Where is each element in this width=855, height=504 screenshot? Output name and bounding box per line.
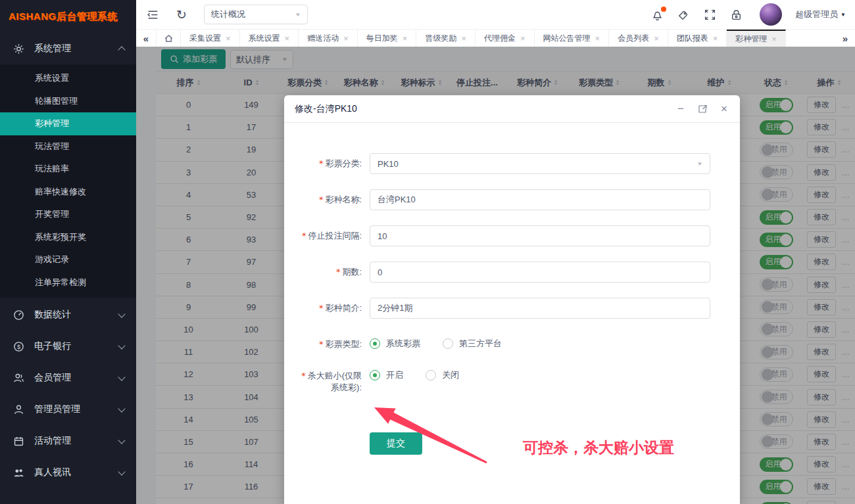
- system-submenu: 系统设置轮播图管理彩种管理玩法管理玩法赔率赔率快速修改开奖管理系统彩预开奖游戏记…: [0, 64, 136, 298]
- sidebar-subitem-赔率快速修改[interactable]: 赔率快速修改: [0, 181, 136, 204]
- required-asterisk: *: [319, 158, 324, 168]
- top-navbar: ↻ 统计概况 ▼: [136, 0, 855, 30]
- tab-bar: « 采集设置×系统设置×赠送活动×每日加奖×晋级奖励×代理佣金×网站公告管理×会…: [136, 30, 855, 47]
- fullscreen-icon[interactable]: [703, 8, 716, 21]
- tab-采集设置[interactable]: 采集设置×: [181, 30, 240, 47]
- form-row-intro: *彩种简介:: [299, 298, 711, 319]
- tab-晋级奖励[interactable]: 晋级奖励×: [416, 30, 476, 47]
- sidebar-subitem-游戏记录[interactable]: 游戏记录: [0, 248, 136, 271]
- navbar-right-cluster: 超级管理员 ▼: [650, 3, 848, 26]
- radio-label: 系统彩票: [386, 338, 420, 350]
- tab-网站公告管理[interactable]: 网站公告管理×: [535, 30, 610, 47]
- tab-close-icon[interactable]: ×: [461, 34, 466, 43]
- radio-system-lottery[interactable]: 系统彩票: [370, 338, 420, 350]
- close-icon[interactable]: ×: [719, 104, 729, 114]
- radio-label: 开启: [386, 369, 403, 381]
- radio-kill-off[interactable]: 关闭: [426, 369, 459, 381]
- period-count-input[interactable]: [370, 262, 710, 283]
- sidebar-subitem-开奖管理[interactable]: 开奖管理: [0, 203, 136, 226]
- tab-close-icon[interactable]: ×: [343, 34, 349, 43]
- radio-kill-on[interactable]: 开启: [370, 369, 403, 381]
- sidebar-item-label: 活动管理: [34, 435, 71, 447]
- tab-系统设置[interactable]: 系统设置×: [240, 30, 299, 47]
- chevron-down-icon: [118, 468, 125, 475]
- kill-big-radio-group: 开启 关闭: [370, 365, 710, 381]
- lock-icon[interactable]: [729, 8, 743, 21]
- radio-unselected-icon: [443, 338, 453, 349]
- lottery-name-input[interactable]: [370, 189, 710, 210]
- collapse-menu-icon[interactable]: [146, 8, 159, 21]
- gear-icon: [13, 43, 24, 55]
- tab-彩种管理[interactable]: 彩种管理×: [727, 30, 786, 47]
- dollar-icon: $: [13, 341, 24, 352]
- tab-close-icon[interactable]: ×: [771, 34, 777, 44]
- tab-close-icon[interactable]: ×: [520, 34, 525, 43]
- tab-close-icon[interactable]: ×: [654, 34, 659, 43]
- sidebar-subitem-系统设置[interactable]: 系统设置: [0, 67, 136, 90]
- sidebar-item-system-management[interactable]: 系统管理: [0, 33, 136, 64]
- tabs-scroll-left-icon[interactable]: «: [136, 30, 156, 47]
- modal-title: 修改-台湾PK10: [295, 103, 357, 115]
- sidebar-subitem-系统彩预开奖[interactable]: 系统彩预开奖: [0, 226, 136, 249]
- sidebar-item-data-statistics[interactable]: 数据统计: [0, 299, 136, 331]
- home-icon: [164, 34, 174, 43]
- sidebar-subitem-玩法赔率[interactable]: 玩法赔率: [0, 158, 136, 181]
- home-tab[interactable]: [156, 30, 181, 47]
- sidebar: AISHANG后台管理系统 系统管理 系统设置轮播图管理彩种管理玩法管理玩法赔率…: [0, 0, 136, 504]
- sidebar-item-activity-management[interactable]: 活动管理: [0, 425, 136, 457]
- tab-close-icon[interactable]: ×: [285, 34, 290, 43]
- sidebar-item-member-management[interactable]: 会员管理: [0, 362, 136, 394]
- tab-代理佣金[interactable]: 代理佣金×: [476, 30, 535, 47]
- required-asterisk: *: [302, 231, 306, 241]
- sidebar-subitem-轮播图管理[interactable]: 轮播图管理: [0, 90, 136, 113]
- tab-close-icon[interactable]: ×: [713, 34, 718, 43]
- tab-每日加奖[interactable]: 每日加奖×: [358, 30, 417, 47]
- minimize-icon[interactable]: −: [675, 104, 686, 114]
- tab-close-icon[interactable]: ×: [403, 34, 408, 43]
- lottery-category-select[interactable]: PK10 ▼: [370, 153, 710, 174]
- chevron-down-icon: ▼: [295, 12, 301, 18]
- sidebar-subitem-彩种管理[interactable]: 彩种管理: [0, 112, 136, 135]
- tab-label: 晋级奖励: [425, 33, 456, 44]
- admin-icon: [13, 404, 24, 415]
- sidebar-item-e-banking[interactable]: $ 电子银行: [0, 331, 136, 362]
- user-avatar[interactable]: [760, 3, 782, 26]
- chevron-down-icon: ▼: [696, 161, 703, 167]
- nav-select[interactable]: 统计概况 ▼: [204, 5, 308, 24]
- required-asterisk: *: [301, 371, 306, 380]
- tab-团队报表[interactable]: 团队报表×: [668, 30, 727, 47]
- modal-header: 修改-台湾PK10 − ×: [284, 95, 740, 123]
- sidebar-subitem-玩法管理[interactable]: 玩法管理: [0, 135, 136, 158]
- tab-close-icon[interactable]: ×: [595, 34, 600, 43]
- calendar-icon: [13, 436, 24, 447]
- radio-label: 第三方平台: [459, 338, 502, 350]
- lottery-type-radio-group: 系统彩票 第三方平台: [370, 334, 710, 350]
- required-asterisk: *: [319, 195, 324, 204]
- tab-close-icon[interactable]: ×: [226, 34, 231, 43]
- sidebar-item-label: 电子银行: [34, 340, 71, 352]
- tab-赠送活动[interactable]: 赠送活动×: [299, 30, 358, 47]
- radio-third-party[interactable]: 第三方平台: [443, 338, 502, 350]
- sidebar-item-live-video[interactable]: 真人视讯: [0, 457, 136, 488]
- tabs-scroll-right-icon[interactable]: »: [835, 30, 855, 47]
- sidebar-item-admin-management[interactable]: 管理员管理: [0, 394, 136, 425]
- field-label: *期数:: [299, 262, 370, 283]
- sidebar-subitem-注单异常检测[interactable]: 注单异常检测: [0, 271, 136, 294]
- chevron-up-icon: [118, 46, 125, 53]
- chevron-down-icon: [118, 405, 125, 412]
- lottery-intro-input[interactable]: [370, 298, 710, 319]
- refresh-icon[interactable]: ↻: [176, 9, 187, 21]
- required-asterisk: *: [319, 339, 324, 349]
- radio-selected-icon: [370, 338, 380, 349]
- live-video-icon: [13, 467, 24, 478]
- chevron-down-icon: ▼: [841, 12, 846, 18]
- tag-icon[interactable]: [677, 8, 690, 21]
- tab-会员列表[interactable]: 会员列表×: [609, 30, 668, 47]
- notification-bell-icon[interactable]: [650, 8, 664, 21]
- user-menu[interactable]: 超级管理员 ▼: [795, 9, 848, 20]
- radio-label: 关闭: [442, 369, 459, 381]
- tab-label: 团队报表: [677, 33, 708, 44]
- chevron-down-icon: [118, 342, 125, 349]
- maximize-icon[interactable]: [697, 104, 708, 114]
- stop-betting-interval-input[interactable]: [370, 225, 710, 246]
